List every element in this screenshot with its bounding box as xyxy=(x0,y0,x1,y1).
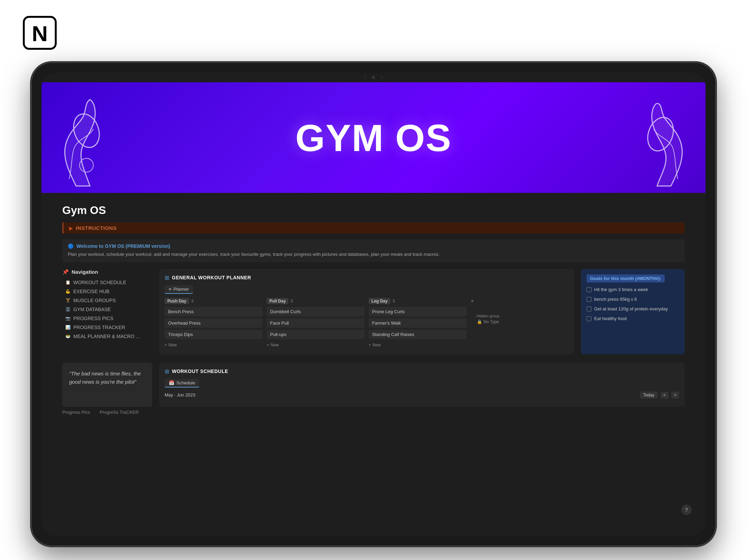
planner-title: GENERAL WORKOUT PLANNER xyxy=(172,275,251,280)
goal-checkbox-2[interactable] xyxy=(587,297,591,302)
sidebar-item-progress-pics[interactable]: 📷 PROGRESS PICS xyxy=(62,314,152,323)
plus-icon-3: + xyxy=(369,343,371,347)
no-type-label: No Type xyxy=(483,319,499,324)
exercise-hub-icon: 💪 xyxy=(65,289,71,294)
sidebar-item-progress-tracker[interactable]: 📊 PROGRESS TRACKER xyxy=(62,323,152,332)
lock-icon: 🔒 xyxy=(477,319,482,324)
meal-planner-icon: 🥗 xyxy=(65,334,71,339)
goal-item-1: Hit the gym 3 times a week xyxy=(587,287,679,293)
push-day-count: 3 xyxy=(191,299,194,304)
workout-schedule-icon: 📋 xyxy=(65,280,71,285)
sidebar-item-workout-schedule[interactable]: 📋 WORKOUT SCHEDULE xyxy=(62,278,152,287)
push-day-new[interactable]: + New xyxy=(165,341,262,349)
goal-item-4: Eat healthy food xyxy=(587,316,679,322)
schedule-panel: ⊞ WORKOUT SCHEDULE 📅 Schedule May · Jun … xyxy=(159,363,685,407)
schedule-tab-label: Schedule xyxy=(176,380,195,385)
nav-header: 📌 Navigation xyxy=(62,269,152,275)
sidebar-item-exercise-hub[interactable]: 💪 EXERCISE HUB xyxy=(62,287,152,296)
schedule-panel-header: ⊞ WORKOUT SCHEDULE xyxy=(165,368,679,375)
exercise-overhead-press[interactable]: Overhead Press xyxy=(165,318,262,328)
sidebar-item-muscle-groups[interactable]: 🏋️ MUSCLE GROUPS xyxy=(62,296,152,305)
progress-section: Progress Pics ProgreSs TraCKER xyxy=(62,410,685,415)
notion-logo: N xyxy=(21,14,59,52)
pull-day-count: 3 xyxy=(290,299,293,304)
exercise-pullups[interactable]: Pull-ups xyxy=(267,330,365,339)
planner-tab-icon: ≡ xyxy=(169,287,172,292)
progress-items: Progress Pics ProgreSs TraCKER xyxy=(62,410,685,415)
sidebar-item-gym-database[interactable]: 🗄️ GYM DATABASE xyxy=(62,305,152,314)
ipad-frame: GYM OS Gym OS ▶ INSTRUCTIONS xyxy=(31,62,716,546)
schedule-tab[interactable]: 📅 Schedule xyxy=(165,379,199,388)
page-title: Gym OS xyxy=(62,204,685,217)
no-type-badge: 🔒 No Type xyxy=(477,319,499,324)
workout-col-hidden: + Hidden group 🔒 No Type xyxy=(471,298,569,349)
svg-text:N: N xyxy=(32,21,48,46)
prev-button[interactable]: < xyxy=(661,392,668,399)
gym-database-icon: 🗄️ xyxy=(65,307,71,312)
progress-tracker-icon: 📊 xyxy=(65,325,71,330)
leg-day-count: 3 xyxy=(393,299,395,304)
exercise-face-pull[interactable]: Face Pull xyxy=(267,318,365,328)
schedule-date-range: May · Jun 2023 xyxy=(165,392,195,398)
exercise-prone-leg-curls[interactable]: Prone Leg Curls xyxy=(369,307,467,316)
main-layout: 📌 Navigation 📋 WORKOUT SCHEDULE 💪 EXERCI… xyxy=(62,269,685,354)
push-day-header: Push Day 3 xyxy=(165,298,262,304)
content-area[interactable]: GYM OS Gym OS ▶ INSTRUCTIONS xyxy=(42,82,706,536)
bottom-layout: "The bad news is time flies, the good ne… xyxy=(62,363,685,407)
muscle-groups-icon: 🏋️ xyxy=(65,298,71,303)
hidden-group-label: Hidden group xyxy=(477,314,499,318)
instructions-header: 🔵 Welcome to GYM OS (PREMIUM version) xyxy=(68,243,679,249)
exercise-bench-press[interactable]: Bench Press xyxy=(165,307,262,316)
schedule-tab-icon: 📅 xyxy=(169,380,174,385)
instructions-toggle[interactable]: ▶ INSTRUCTIONS xyxy=(62,222,685,234)
progress-tracker-label: ProgreSs TraCKER xyxy=(100,410,139,415)
schedule-nav: May · Jun 2023 Today < > xyxy=(165,392,679,399)
exercise-dumbbell-curls[interactable]: Dumbbell Curls xyxy=(267,307,365,316)
schedule-icon: ⊞ xyxy=(165,368,169,375)
help-button[interactable]: ? xyxy=(681,505,692,515)
hero-title: GYM OS xyxy=(295,116,452,160)
workout-col-leg: Leg Day 3 Prone Leg Curls Farmer's Walk … xyxy=(369,298,467,349)
pull-day-tag: Pull Day xyxy=(267,298,288,304)
camera-mic xyxy=(381,76,383,78)
planner-tab[interactable]: ≡ Planner xyxy=(165,285,193,294)
goal-text-3: Get at least 120g of protein everyday xyxy=(594,306,668,312)
goal-checkbox-4[interactable] xyxy=(587,316,591,321)
leg-day-tag: Leg Day xyxy=(369,298,390,304)
ipad-top-bar xyxy=(42,73,706,82)
exercise-standing-calf-raises[interactable]: Standing Calf Raises xyxy=(369,330,467,339)
today-button[interactable]: Today xyxy=(640,392,658,399)
goal-checkbox-1[interactable] xyxy=(587,287,591,292)
goals-panel: Goals for this month (#MONTH#): Hit the … xyxy=(581,269,685,354)
page-content: Gym OS ▶ INSTRUCTIONS 🔵 Welcome to GYM O… xyxy=(42,193,706,429)
goal-text-1: Hit the gym 3 times a week xyxy=(594,287,648,293)
leg-day-new[interactable]: + New xyxy=(369,341,467,349)
goals-header: Goals for this month (#MONTH#): xyxy=(587,274,665,282)
nav-panel: 📌 Navigation 📋 WORKOUT SCHEDULE 💪 EXERCI… xyxy=(62,269,152,354)
exercise-triceps-dips[interactable]: Triceps Dips xyxy=(165,330,262,339)
camera-sensor xyxy=(364,76,366,78)
arm-right-illustration xyxy=(629,103,692,193)
add-column-button[interactable]: + xyxy=(471,298,474,304)
hero-banner: GYM OS xyxy=(42,82,706,193)
exercise-farmers-walk[interactable]: Farmer's Walk xyxy=(369,318,467,328)
instructions-label: INSTRUCTIONS xyxy=(76,225,117,231)
schedule-title: WORKOUT SCHEDULE xyxy=(172,368,228,374)
schedule-controls: Today < > xyxy=(640,392,679,399)
workout-col-pull: Pull Day 3 Dumbbell Curls Face Pull Pull… xyxy=(267,298,365,349)
next-button[interactable]: > xyxy=(671,392,679,399)
workout-columns: Push Day 3 Bench Press Overhead Press Tr… xyxy=(165,298,569,349)
goal-checkbox-3[interactable] xyxy=(587,307,591,311)
info-icon: 🔵 xyxy=(68,243,74,249)
ipad-screen: GYM OS Gym OS ▶ INSTRUCTIONS xyxy=(42,73,706,536)
planner-header: ⊞ GENERAL WORKOUT PLANNER xyxy=(165,274,569,281)
planner-icon: ⊞ xyxy=(165,274,169,281)
progress-pics-icon: 📷 xyxy=(65,316,71,321)
planner-tab-label: Planner xyxy=(174,287,189,292)
camera-lens xyxy=(372,76,375,79)
nav-arrow-icon: 📌 xyxy=(62,269,69,275)
pull-day-new[interactable]: + New xyxy=(267,341,365,349)
goal-item-3: Get at least 120g of protein everyday xyxy=(587,306,679,312)
instructions-content: 🔵 Welcome to GYM OS (PREMIUM version) Pl… xyxy=(62,239,685,262)
sidebar-item-meal-planner[interactable]: 🥗 MEAL PLANNER & MACRO ... xyxy=(62,332,152,341)
